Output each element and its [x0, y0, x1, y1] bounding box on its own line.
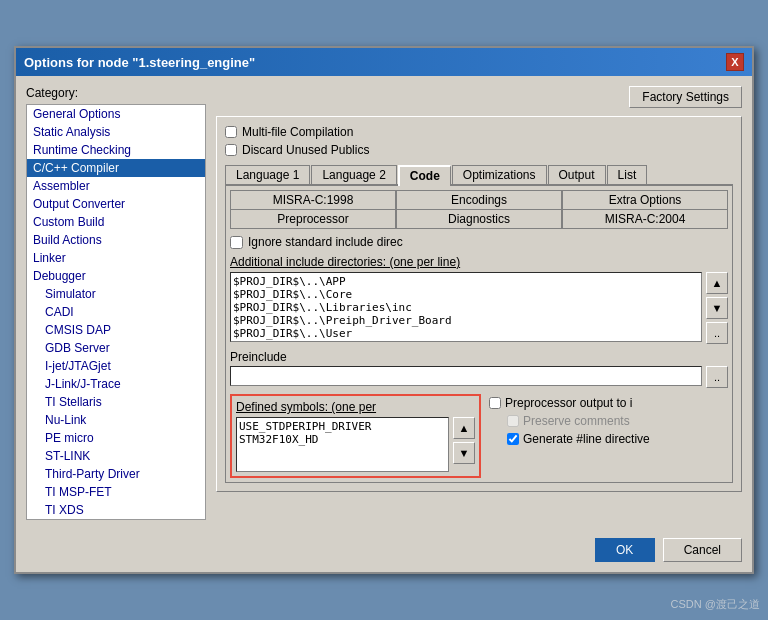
multi-file-row: Multi-file Compilation [225, 125, 733, 139]
sidebar-item-assembler[interactable]: Assembler [27, 177, 205, 195]
preinclude-label: Preinclude [230, 350, 728, 364]
title-bar: Options for node "1.steering_engine" X [16, 48, 752, 76]
sub-tab-encodings[interactable]: Encodings [396, 190, 562, 210]
watermark: CSDN @渡己之道 [671, 597, 760, 612]
main-content: Factory Settings Multi-file Compilation … [216, 86, 742, 520]
ignore-standard-label: Ignore standard include direc [248, 235, 403, 249]
sub-tab-misra-c1998[interactable]: MISRA-C:1998 [230, 190, 396, 210]
defined-section: Defined symbols: (one per ▲ ▼ [230, 394, 728, 478]
sub-tab2-preprocessor[interactable]: Preprocessor [230, 210, 396, 229]
defined-symbols-label: Defined symbols: (one per [236, 400, 475, 414]
dialog-title: Options for node "1.steering_engine" [24, 55, 255, 70]
sub-tab-extra-options[interactable]: Extra Options [562, 190, 728, 210]
cancel-button[interactable]: Cancel [663, 538, 742, 562]
sidebar-item-i-jetjtagjet[interactable]: I-jet/JTAGjet [27, 357, 205, 375]
discard-unused-checkbox[interactable] [225, 144, 237, 156]
main-dialog: Options for node "1.steering_engine" X C… [14, 46, 754, 574]
sidebar-item-cadi[interactable]: CADI [27, 303, 205, 321]
sidebar-item-build-actions[interactable]: Build Actions [27, 231, 205, 249]
include-box-buttons: ▲ ▼ .. [706, 272, 728, 344]
sidebar-item-runtime-checking[interactable]: Runtime Checking [27, 141, 205, 159]
close-button[interactable]: X [726, 53, 744, 71]
ok-button[interactable]: OK [595, 538, 655, 562]
generate-line-row: Generate #line directive [489, 432, 728, 446]
defined-symbols-box: Defined symbols: (one per ▲ ▼ [230, 394, 481, 478]
sidebar-item-output-converter[interactable]: Output Converter [27, 195, 205, 213]
sidebar-item-nu-link[interactable]: Nu-Link [27, 411, 205, 429]
multi-file-label: Multi-file Compilation [242, 125, 353, 139]
defined-symbols-textarea[interactable] [236, 417, 449, 472]
tab-row: Language 1Language 2CodeOptimizationsOut… [225, 165, 733, 186]
tab-optimizations[interactable]: Optimizations [452, 165, 547, 184]
include-dirs-textarea[interactable] [230, 272, 702, 342]
preinclude-row: .. [230, 366, 728, 388]
tab-output[interactable]: Output [548, 165, 606, 184]
preinclude-input[interactable] [230, 366, 702, 386]
sidebar: Category: General OptionsStatic Analysis… [26, 86, 206, 520]
sidebar-item-custom-build[interactable]: Custom Build [27, 213, 205, 231]
sidebar-item-cc-compiler[interactable]: C/C++ Compiler [27, 159, 205, 177]
options-panel: Multi-file Compilation Discard Unused Pu… [216, 116, 742, 492]
preprocessor-output-checkbox[interactable] [489, 397, 501, 409]
sidebar-item-static-analysis[interactable]: Static Analysis [27, 123, 205, 141]
include-down-button[interactable]: ▼ [706, 297, 728, 319]
dialog-footer: OK Cancel [16, 530, 752, 572]
defined-box-row: ▲ ▼ [236, 417, 475, 472]
include-up-button[interactable]: ▲ [706, 272, 728, 294]
sidebar-item-j-linkj-trace[interactable]: J-Link/J-Trace [27, 375, 205, 393]
sidebar-item-general-options[interactable]: General Options [27, 105, 205, 123]
defined-down-button[interactable]: ▼ [453, 442, 475, 464]
ignore-standard-row: Ignore standard include direc [230, 235, 728, 249]
preserve-comments-checkbox[interactable] [507, 415, 519, 427]
sidebar-item-gdb-server[interactable]: GDB Server [27, 339, 205, 357]
preprocessor-output-row: Preprocessor output to i [489, 396, 728, 410]
tab-list[interactable]: List [607, 165, 648, 184]
sidebar-item-cmsis-dap[interactable]: CMSIS DAP [27, 321, 205, 339]
discard-unused-label: Discard Unused Publics [242, 143, 369, 157]
tabs-area: Language 1Language 2CodeOptimizationsOut… [225, 165, 733, 483]
tab-language-2[interactable]: Language 2 [311, 165, 396, 184]
generate-line-label: Generate #line directive [523, 432, 650, 446]
sidebar-item-ti-xds[interactable]: TI XDS [27, 501, 205, 519]
include-section: Additional include directories: (one per… [230, 255, 728, 344]
preprocessor-output-label: Preprocessor output to i [505, 396, 632, 410]
preprocessor-options: Preprocessor output to i Preserve commen… [489, 394, 728, 478]
sub-tab-row-1: MISRA-C:1998EncodingsExtra Options [230, 190, 728, 210]
tab-code[interactable]: Code [398, 165, 451, 186]
sidebar-item-st-link[interactable]: ST-LINK [27, 447, 205, 465]
dialog-body: Category: General OptionsStatic Analysis… [16, 76, 752, 530]
sidebar-item-debugger[interactable]: Debugger [27, 267, 205, 285]
sidebar-item-simulator[interactable]: Simulator [27, 285, 205, 303]
factory-btn-row: Factory Settings [216, 86, 742, 108]
sidebar-item-ti-msp-fet[interactable]: TI MSP-FET [27, 483, 205, 501]
category-list: General OptionsStatic AnalysisRuntime Ch… [26, 104, 206, 520]
preserve-comments-label: Preserve comments [523, 414, 630, 428]
sidebar-item-ti-stellaris[interactable]: TI Stellaris [27, 393, 205, 411]
discard-unused-row: Discard Unused Publics [225, 143, 733, 157]
defined-box-buttons: ▲ ▼ [453, 417, 475, 472]
sidebar-item-third-party-driver[interactable]: Third-Party Driver [27, 465, 205, 483]
sub-tab2-diagnostics[interactable]: Diagnostics [396, 210, 562, 229]
generate-line-checkbox[interactable] [507, 433, 519, 445]
tab-content: MISRA-C:1998EncodingsExtra Options Prepr… [225, 186, 733, 483]
defined-up-button[interactable]: ▲ [453, 417, 475, 439]
multi-file-checkbox[interactable] [225, 126, 237, 138]
preinclude-browse-button[interactable]: .. [706, 366, 728, 388]
additional-include-label: Additional include directories: (one per… [230, 255, 728, 269]
sidebar-item-pe-micro[interactable]: PE micro [27, 429, 205, 447]
sub-tab-row-2: PreprocessorDiagnosticsMISRA-C:2004 [230, 210, 728, 229]
category-label: Category: [26, 86, 206, 100]
include-box-row: ▲ ▼ .. [230, 272, 728, 344]
tab-language-1[interactable]: Language 1 [225, 165, 310, 184]
preserve-comments-row: Preserve comments [489, 414, 728, 428]
include-browse-button[interactable]: .. [706, 322, 728, 344]
sidebar-item-linker[interactable]: Linker [27, 249, 205, 267]
preinclude-section: Preinclude .. [230, 350, 728, 388]
factory-settings-button[interactable]: Factory Settings [629, 86, 742, 108]
ignore-standard-checkbox[interactable] [230, 236, 243, 249]
sub-tab2-misra-c2004[interactable]: MISRA-C:2004 [562, 210, 728, 229]
